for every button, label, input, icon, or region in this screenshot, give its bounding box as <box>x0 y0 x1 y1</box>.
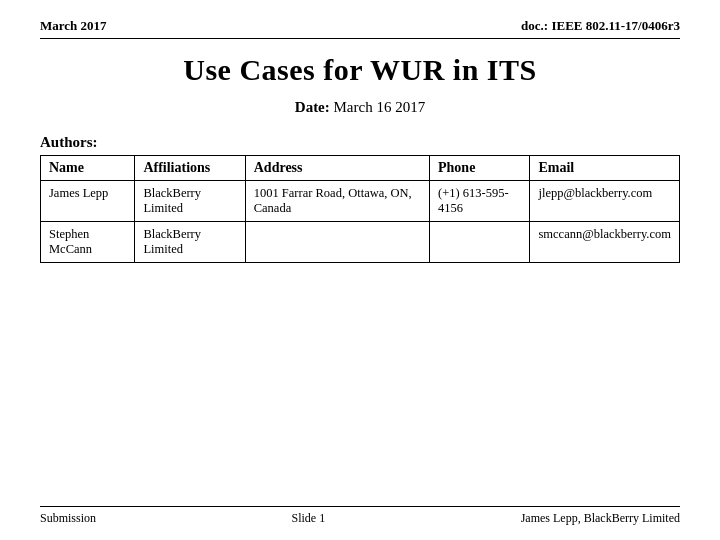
cell-phone-0: (+1) 613-595-4156 <box>430 181 530 222</box>
col-header-email: Email <box>530 156 680 181</box>
col-header-address: Address <box>245 156 429 181</box>
col-header-affiliations: Affiliations <box>135 156 245 181</box>
footer-author: James Lepp, BlackBerry Limited <box>521 511 680 526</box>
slide-page: March 2017 doc.: IEEE 802.11-17/0406r3 U… <box>0 0 720 540</box>
date-value: March 16 2017 <box>334 99 426 115</box>
slide-header: March 2017 doc.: IEEE 802.11-17/0406r3 <box>40 18 680 39</box>
col-header-name: Name <box>41 156 135 181</box>
table-row: James Lepp BlackBerry Limited 1001 Farra… <box>41 181 680 222</box>
cell-address-0: 1001 Farrar Road, Ottawa, ON, Canada <box>245 181 429 222</box>
authors-heading: Authors: <box>40 134 680 151</box>
slide-title: Use Cases for WUR in ITS <box>40 53 680 87</box>
header-doc-id: doc.: IEEE 802.11-17/0406r3 <box>521 18 680 34</box>
cell-affiliations-0: BlackBerry Limited <box>135 181 245 222</box>
cell-name-0: James Lepp <box>41 181 135 222</box>
slide-footer: Submission Slide 1 James Lepp, BlackBerr… <box>40 506 680 526</box>
footer-submission: Submission <box>40 511 96 526</box>
authors-table: Name Affiliations Address Phone Email Ja… <box>40 155 680 263</box>
cell-name-1: Stephen McCann <box>41 222 135 263</box>
header-date: March 2017 <box>40 18 107 34</box>
footer-slide-number: Slide 1 <box>292 511 326 526</box>
authors-section: Authors: Name Affiliations Address Phone… <box>40 134 680 263</box>
table-header-row: Name Affiliations Address Phone Email <box>41 156 680 181</box>
cell-address-1 <box>245 222 429 263</box>
cell-email-0: jlepp@blackberry.com <box>530 181 680 222</box>
cell-email-1: smccann@blackberry.com <box>530 222 680 263</box>
cell-phone-1 <box>430 222 530 263</box>
date-label: Date: <box>295 99 330 115</box>
date-line: Date: March 16 2017 <box>40 99 680 116</box>
col-header-phone: Phone <box>430 156 530 181</box>
table-row: Stephen McCann BlackBerry Limited smccan… <box>41 222 680 263</box>
cell-affiliations-1: BlackBerry Limited <box>135 222 245 263</box>
